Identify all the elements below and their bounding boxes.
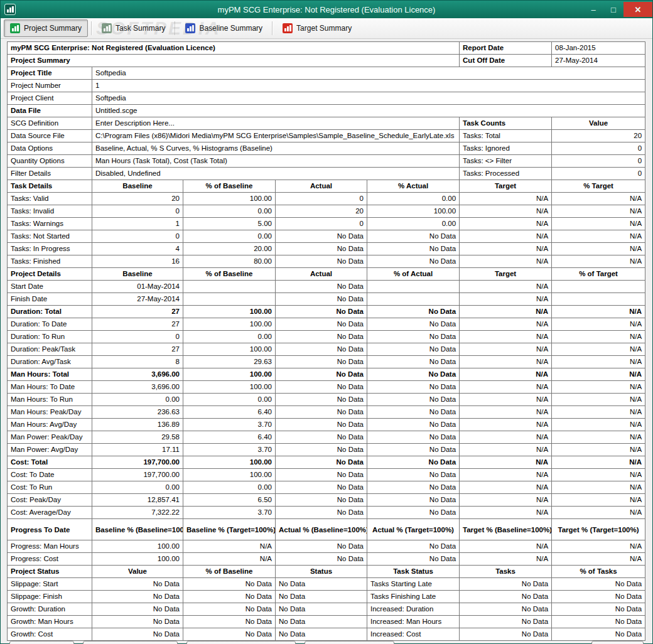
task-count-label: Tasks: Processed (460, 168, 552, 180)
baseline-value: 3,696.00 (92, 381, 183, 394)
pct-baseline-value: 0.00 (183, 230, 276, 243)
row-label: Progress: Man Hours (8, 540, 92, 553)
row-label: Growth: Cost (8, 628, 92, 641)
app-window: myPM SCG Enterprise: Not Registered (Eva… (0, 0, 653, 644)
tasks-value: No Data (460, 578, 552, 591)
tab-baseline-summary[interactable]: Baseline Summary (179, 19, 269, 37)
target-value: N/A (460, 394, 552, 406)
actual-value: No Data (276, 281, 367, 293)
pct-baseline-value: 3.70 (183, 507, 276, 519)
pct-baseline-value: 0.00 (183, 205, 276, 218)
pct-target-value: N/A (552, 193, 645, 205)
minimize-button[interactable]: – (583, 2, 603, 17)
target-value: N/A (460, 218, 552, 230)
open-data-source-button[interactable]: Open Data Source File (186, 641, 296, 644)
summary-toolbar: Project Summary Task Summary Baseline Su… (1, 18, 652, 39)
target-value: N/A (460, 431, 552, 444)
tasks-value: No Data (460, 603, 552, 616)
info-value: Softpedia (92, 92, 645, 105)
col-pct-baseline: % of Baseline (183, 566, 276, 578)
copy-to-clipboard-button[interactable]: Copy To Clipboard (83, 641, 178, 644)
row-label: Man Hours: Avg/Day (8, 419, 92, 431)
pct-target-value: N/A (552, 394, 645, 406)
pct-baseline-value: 3.70 (183, 444, 276, 456)
actual-value: No Data (276, 456, 367, 469)
pct-actual-value: No Data (367, 456, 460, 469)
close-window-button[interactable]: ✕ (623, 2, 652, 17)
col-baseline-pct-baseline: Baseline % (Baseline=100%) (92, 519, 183, 540)
report-subtitle: Project Summary (8, 55, 460, 67)
pct-target-value: N/A (552, 331, 645, 343)
actual-value: No Data (276, 431, 367, 444)
info-label: Data File (8, 105, 92, 117)
actual-value: No Data (276, 381, 367, 394)
target-value: N/A (460, 507, 552, 519)
col-baseline-pct-target: Baseline % (Target=100%) (183, 519, 276, 540)
target-value: N/A (460, 540, 552, 553)
row-label: Start Date (8, 281, 92, 293)
actual-value: No Data (276, 306, 367, 318)
row-label: Duration: Peak/Task (8, 343, 92, 356)
actual-value: No Data (276, 481, 367, 494)
col-pct-target: % Target (552, 180, 645, 193)
tab-task-summary[interactable]: Task Summary (95, 19, 171, 37)
baseline-value: 1 (92, 218, 183, 230)
row-label: Man Hours: To Run (8, 394, 92, 406)
pct-tasks-value: No Data (552, 578, 645, 591)
baseline-summary-icon (185, 23, 195, 33)
task-status-text: Increased: Duration (367, 603, 460, 616)
pct-actual-value: No Data (367, 255, 460, 268)
col-task-status: Task Status (367, 566, 460, 578)
pct-target-value: N/A (552, 218, 645, 230)
actual-value: No Data (276, 494, 367, 507)
status-pct-baseline: No Data (183, 591, 276, 603)
actual-target-value: No Data (367, 540, 460, 553)
status-value: No Data (92, 603, 183, 616)
baseline-target-value: N/A (183, 540, 276, 553)
blocked-cell (183, 293, 276, 306)
cutoff-date-value: 27-May-2014 (552, 55, 645, 67)
maximize-button[interactable]: □ (603, 2, 623, 17)
pct-actual-value: No Data (367, 243, 460, 255)
task-status-text: Tasks Finishing Late (367, 591, 460, 603)
pct-target-value: N/A (552, 243, 645, 255)
col-pct-baseline: % of Baseline (183, 180, 276, 193)
pct-tasks-value: No Data (552, 591, 645, 603)
open-output-file-button[interactable]: Open Output File (305, 641, 394, 644)
baseline-value: 0 (92, 331, 183, 343)
target-value: N/A (460, 419, 552, 431)
baseline-value: 29.58 (92, 431, 183, 444)
pct-actual-value: No Data (367, 419, 460, 431)
pct-baseline-value: 100.00 (183, 306, 276, 318)
baseline-value: 20 (92, 193, 183, 205)
row-label: Duration: Avg/Task (8, 356, 92, 368)
status-value: No Data (92, 578, 183, 591)
col-baseline: Baseline (92, 180, 183, 193)
row-label: Slippage: Finish (8, 591, 92, 603)
section-task-details: Task Details (8, 180, 92, 193)
target-value: N/A (460, 193, 552, 205)
info-value: Untitled.scge (92, 105, 645, 117)
auto-size-button[interactable]: ✓ Auto Size (9, 641, 74, 644)
tab-project-summary[interactable]: Project Summary (4, 19, 88, 37)
row-label: Cost: To Date (8, 469, 92, 481)
pct-target-value: N/A (552, 494, 645, 507)
info-value: Softpedia (92, 67, 645, 80)
pct-target-value: N/A (552, 456, 645, 469)
status-pct-baseline: No Data (183, 616, 276, 628)
close-button[interactable]: ✕ Close (591, 641, 644, 644)
pct-baseline-value: 6.40 (183, 431, 276, 444)
tab-target-summary[interactable]: Target Summary (276, 19, 358, 37)
target-target-value: N/A (552, 540, 645, 553)
baseline-value: 7,322.22 (92, 507, 183, 519)
pct-actual-value: No Data (367, 444, 460, 456)
info-value: Man Hours (Task Total), Cost (Task Total… (92, 155, 460, 168)
actual-value: No Data (276, 419, 367, 431)
baseline-value: 0 (92, 205, 183, 218)
pct-actual-value: No Data (367, 431, 460, 444)
actual-value: No Data (276, 540, 367, 553)
pct-target-value: N/A (552, 306, 645, 318)
status-text: No Data (276, 591, 367, 603)
baseline-value: 0.00 (92, 394, 183, 406)
target-value: N/A (460, 553, 552, 566)
